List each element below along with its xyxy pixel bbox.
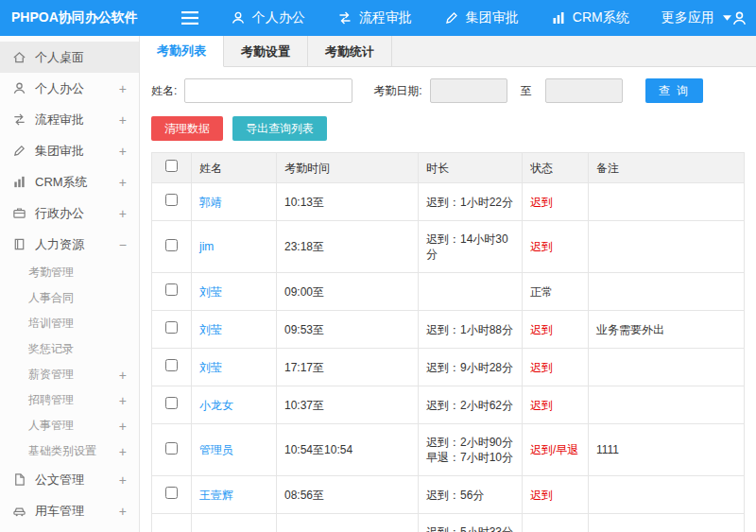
topbar-user-button[interactable] xyxy=(731,10,747,26)
table-row: jim 23:18至 迟到：14小时30分 迟到 xyxy=(152,221,745,273)
sidebar-item-crm-system[interactable]: CRM系统+ xyxy=(0,166,139,197)
sidebar-item-label: 个人桌面 xyxy=(35,49,84,66)
date-from-input[interactable] xyxy=(430,78,507,103)
sidebar-item-admin-office[interactable]: 行政办公+ xyxy=(0,197,139,229)
sidebar-item-documents[interactable]: 公文管理+ xyxy=(0,464,139,495)
employee-name-link[interactable]: jim xyxy=(199,240,214,253)
topnav-label: 更多应用 xyxy=(662,9,714,26)
duration-text: 迟到：1小时88分 xyxy=(426,323,513,336)
sidebar-item-personal-office[interactable]: 个人办公+ xyxy=(0,73,139,104)
expand-icon: + xyxy=(119,113,127,127)
flow-icon xyxy=(12,112,26,127)
sidebar-subitem-hr-contract[interactable]: 人事合同 xyxy=(0,285,139,311)
status-text: 迟到 xyxy=(530,240,553,253)
select-all-header-cell xyxy=(152,153,192,183)
expand-icon: + xyxy=(119,369,127,382)
status-text: 迟到 xyxy=(530,361,553,374)
row-duration-cell: 迟到：5小时33分 早退：4小时67分 xyxy=(419,514,523,532)
sidebar-subitem-recruit[interactable]: 招聘管理+ xyxy=(0,387,139,413)
expand-icon: + xyxy=(119,145,127,158)
table-row: 刘莹 09:00至 正常 xyxy=(152,273,745,311)
row-status-cell: 迟到/早退 xyxy=(523,424,589,476)
sidebar-menu: 个人桌面个人办公+流程审批+集团审批+CRM系统+行政办公+人力资源−考勤管理人… xyxy=(0,42,139,526)
row-note-cell xyxy=(589,183,745,221)
menu-toggle[interactable] xyxy=(181,11,198,25)
sidebar-item-vehicle[interactable]: 用车管理+ xyxy=(0,495,139,526)
topnav-personal-office[interactable]: 个人办公 xyxy=(231,9,305,26)
sidebar-item-label: 流程审批 xyxy=(35,112,84,129)
sidebar-item-hr[interactable]: 人力资源− xyxy=(0,229,139,260)
collapse-icon: − xyxy=(119,238,127,251)
row-checkbox[interactable] xyxy=(165,359,178,371)
attendance-time-text: 08:56至 xyxy=(284,489,324,502)
clear-data-button[interactable]: 清理数据 xyxy=(151,116,223,141)
topnav-label: CRM系统 xyxy=(573,9,629,26)
sidebar-item-workflow-approval[interactable]: 流程审批+ xyxy=(0,104,139,135)
expand-icon: + xyxy=(119,420,127,433)
employee-name-link[interactable]: 郭靖 xyxy=(199,196,222,209)
row-checkbox[interactable] xyxy=(165,194,178,206)
sidebar-item-label: 用车管理 xyxy=(35,503,84,520)
sidebar-item-group-approval[interactable]: 集团审批+ xyxy=(0,135,139,166)
row-status-cell: 迟到 xyxy=(523,183,589,221)
export-list-button[interactable]: 导出查询列表 xyxy=(232,116,327,141)
doc-icon xyxy=(12,472,26,487)
row-duration-cell: 迟到：2小时62分 xyxy=(419,386,523,424)
chart-icon xyxy=(12,175,26,189)
row-status-cell: 迟到 xyxy=(523,476,589,514)
sidebar-subitem-salary[interactable]: 薪资管理+ xyxy=(0,362,139,387)
table-row: 王壹辉 08:56至 迟到：56分 迟到 xyxy=(152,476,745,514)
topbar-nav: 个人办公流程审批集团审批CRM系统更多应用 xyxy=(231,9,731,26)
attendance-time-text: 09:00至 xyxy=(284,285,324,299)
topnav-group-approval[interactable]: 集团审批 xyxy=(444,9,519,26)
row-duration-cell: 迟到：1小时88分 xyxy=(419,311,523,349)
select-all-checkbox[interactable] xyxy=(165,160,178,172)
home-icon xyxy=(12,50,26,64)
row-duration-cell: 迟到：9小时28分 xyxy=(419,349,523,386)
expand-icon: + xyxy=(119,445,127,458)
employee-name-link[interactable]: 王壹辉 xyxy=(199,489,233,502)
row-duration-cell: 迟到：2小时90分 早退：7小时10分 xyxy=(419,424,523,476)
row-checkbox-cell xyxy=(152,221,192,273)
table-row: 黄蓉 13:20至13:20 迟到：5小时33分 早退：4小时67分 迟到/早退 xyxy=(152,514,745,532)
row-note-cell: 1111 xyxy=(589,424,745,476)
employee-name-link[interactable]: 刘莹 xyxy=(199,361,222,374)
sidebar-subitem-base-category[interactable]: 基础类别设置+ xyxy=(0,438,139,464)
sidebar-subitem-attendance[interactable]: 考勤管理 xyxy=(0,260,139,285)
name-filter-input[interactable] xyxy=(184,78,352,103)
row-checkbox[interactable] xyxy=(165,487,178,499)
employee-name-link[interactable]: 刘莹 xyxy=(199,323,222,336)
row-time-cell: 23:18至 xyxy=(277,221,419,273)
search-button[interactable]: 查 询 xyxy=(645,78,703,103)
date-to-input[interactable] xyxy=(545,78,623,103)
row-checkbox-cell xyxy=(152,183,192,221)
employee-name-link[interactable]: 管理员 xyxy=(199,443,233,456)
row-name-cell: 小龙女 xyxy=(192,386,277,424)
row-checkbox[interactable] xyxy=(165,283,178,296)
row-checkbox[interactable] xyxy=(165,321,178,334)
status-text: 迟到 xyxy=(530,489,553,502)
topnav-crm-system[interactable]: CRM系统 xyxy=(551,9,629,26)
tab-attendance-list[interactable]: 考勤列表 xyxy=(140,36,224,67)
row-checkbox[interactable] xyxy=(165,239,178,251)
car-icon xyxy=(12,504,26,518)
employee-name-link[interactable]: 刘莹 xyxy=(199,285,222,299)
employee-name-link[interactable]: 小龙女 xyxy=(199,399,233,412)
row-checkbox[interactable] xyxy=(165,442,178,455)
tab-attendance-settings[interactable]: 考勤设置 xyxy=(224,36,308,67)
sidebar-subitem-label: 考勤管理 xyxy=(28,265,74,281)
topnav-more-apps[interactable]: 更多应用 xyxy=(662,9,731,26)
sidebar-subitem-rewards[interactable]: 奖惩记录 xyxy=(0,336,139,362)
topnav-workflow-approval[interactable]: 流程审批 xyxy=(337,9,412,26)
sidebar-item-desktop[interactable]: 个人桌面 xyxy=(0,42,139,73)
app-brand: PHPOA协同办公软件 xyxy=(0,9,138,26)
row-checkbox[interactable] xyxy=(165,397,178,409)
book-icon xyxy=(12,237,26,251)
row-name-cell: 王壹辉 xyxy=(192,476,277,514)
tab-attendance-stats[interactable]: 考勤统计 xyxy=(308,36,392,67)
row-duration-cell: 迟到：14小时30分 xyxy=(419,221,523,273)
sidebar-subitem-training[interactable]: 培训管理 xyxy=(0,311,139,336)
sidebar-subitem-personnel[interactable]: 人事管理+ xyxy=(0,413,139,438)
note-text: 1111 xyxy=(596,443,619,456)
status-text: 迟到 xyxy=(530,196,553,209)
